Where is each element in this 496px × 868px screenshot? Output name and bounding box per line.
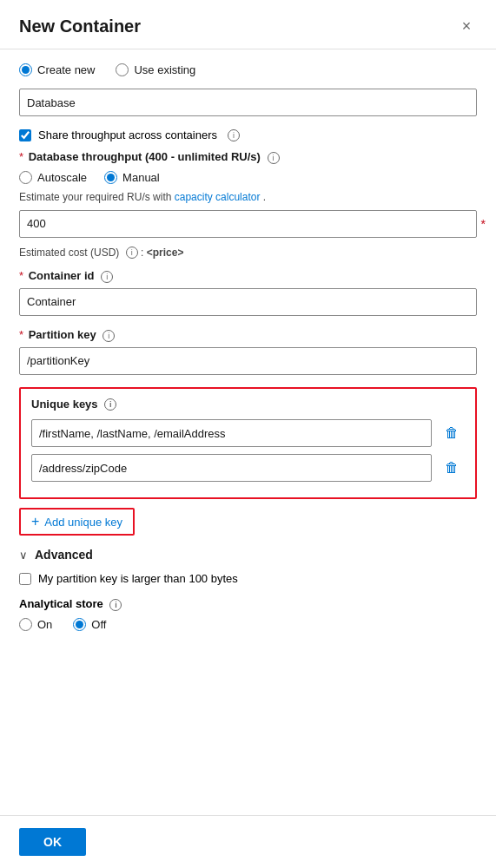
unique-key-input-0[interactable] — [31, 419, 432, 447]
share-throughput-row: Share throughput across containers i — [19, 128, 477, 141]
add-unique-key-button[interactable]: + Add unique key — [19, 508, 135, 536]
database-field-section — [19, 89, 477, 116]
analytical-on-label: On — [37, 618, 52, 631]
analytical-off-radio[interactable] — [73, 618, 86, 631]
autoscale-option[interactable]: Autoscale — [19, 171, 87, 184]
rus-required-star: * — [481, 217, 486, 231]
partition-key-info-icon[interactable]: i — [103, 330, 115, 342]
throughput-mode-group: Autoscale Manual — [19, 171, 477, 184]
database-input[interactable] — [19, 89, 477, 116]
advanced-header[interactable]: ∨ Advanced — [19, 548, 477, 562]
partition-key-required-star: * — [19, 328, 23, 341]
unique-keys-section: Unique keys i 🗑 🗑 — [19, 387, 477, 500]
autoscale-radio[interactable] — [19, 171, 32, 184]
analytical-store-info-icon[interactable]: i — [109, 599, 122, 611]
rus-input-wrapper: * — [19, 210, 477, 238]
advanced-content: My partition key is larger than 100 byte… — [19, 572, 477, 585]
cost-info-icon[interactable]: i — [126, 247, 138, 259]
analytical-store-label: Analytical store — [19, 597, 103, 610]
partition-key-larger-label: My partition key is larger than 100 byte… — [38, 572, 238, 585]
ok-button[interactable]: OK — [19, 828, 86, 856]
chevron-down-icon: ∨ — [19, 549, 28, 562]
cost-colon: : — [141, 247, 147, 259]
manual-radio[interactable] — [104, 171, 117, 184]
create-new-option[interactable]: Create new — [19, 63, 95, 76]
cost-price: <price> — [147, 247, 184, 259]
container-id-label-row: * Container id i — [19, 269, 477, 283]
use-existing-option[interactable]: Use existing — [116, 63, 195, 76]
unique-key-row-1: 🗑 — [31, 454, 465, 482]
delete-unique-key-1-button[interactable]: 🗑 — [439, 455, 465, 481]
unique-keys-label: Unique keys — [31, 398, 98, 411]
container-id-info-icon[interactable]: i — [101, 271, 113, 283]
dialog-title: New Container — [19, 16, 141, 36]
throughput-label-row: * Database throughput (400 - unlimited R… — [19, 150, 477, 164]
share-throughput-label: Share throughput across containers — [38, 128, 217, 141]
throughput-label: Database throughput (400 - unlimited RU/… — [29, 150, 261, 163]
analytical-on-radio[interactable] — [19, 618, 32, 631]
unique-keys-title-row: Unique keys i — [31, 398, 465, 411]
throughput-required-star: * — [19, 150, 23, 163]
throughput-info-icon[interactable]: i — [268, 152, 280, 164]
dialog-header: New Container × — [0, 0, 496, 49]
autoscale-label: Autoscale — [37, 171, 87, 184]
cost-label: Estimated cost (USD) — [19, 247, 119, 259]
estimate-text: Estimate your required RU/s with capacit… — [19, 191, 477, 203]
estimate-suffix: . — [263, 191, 266, 203]
create-new-radio[interactable] — [19, 63, 32, 76]
unique-key-input-1[interactable] — [31, 454, 432, 482]
cost-row: Estimated cost (USD) i : <price> — [19, 247, 477, 260]
delete-unique-key-0-button[interactable]: 🗑 — [439, 420, 465, 446]
partition-key-input[interactable] — [19, 347, 477, 375]
manual-option[interactable]: Manual — [104, 171, 160, 184]
advanced-label: Advanced — [35, 548, 93, 562]
use-existing-label: Use existing — [134, 63, 195, 76]
create-new-label: Create new — [37, 63, 95, 76]
share-throughput-info-icon[interactable]: i — [228, 129, 240, 141]
manual-label: Manual — [122, 171, 160, 184]
partition-key-label-row: * Partition key i — [19, 328, 477, 342]
analytical-off-option[interactable]: Off — [73, 618, 106, 631]
plus-icon: + — [31, 514, 39, 529]
partition-key-larger-checkbox[interactable] — [19, 573, 31, 585]
rus-input[interactable] — [19, 210, 477, 238]
unique-keys-info-icon[interactable]: i — [104, 398, 116, 411]
estimate-prefix: Estimate your required RU/s with — [19, 191, 175, 203]
container-id-label: Container id — [29, 269, 95, 282]
container-id-required-star: * — [19, 269, 23, 282]
close-button[interactable]: × — [454, 14, 479, 38]
share-throughput-checkbox[interactable] — [19, 129, 31, 141]
new-container-dialog: New Container × Create new Use existing … — [0, 0, 496, 868]
analytical-on-option[interactable]: On — [19, 618, 52, 631]
capacity-calculator-link[interactable]: capacity calculator — [175, 191, 261, 203]
dialog-footer: OK — [0, 815, 496, 868]
container-id-input[interactable] — [19, 288, 477, 316]
dialog-body: Create new Use existing Share throughput… — [0, 49, 496, 815]
container-id-section: * Container id i — [19, 269, 477, 316]
analytical-off-label: Off — [91, 618, 106, 631]
analytical-store-radio-group: On Off — [19, 618, 477, 631]
mode-radio-group: Create new Use existing — [19, 63, 477, 76]
partition-key-label: Partition key — [29, 328, 96, 341]
analytical-store-section: Analytical store i On Off — [19, 597, 477, 631]
partition-key-section: * Partition key i — [19, 328, 477, 375]
use-existing-radio[interactable] — [116, 63, 129, 76]
analytical-store-label-row: Analytical store i — [19, 597, 477, 611]
partition-key-larger-row: My partition key is larger than 100 byte… — [19, 572, 477, 585]
add-unique-key-label: Add unique key — [44, 516, 122, 529]
unique-key-row-0: 🗑 — [31, 419, 465, 447]
